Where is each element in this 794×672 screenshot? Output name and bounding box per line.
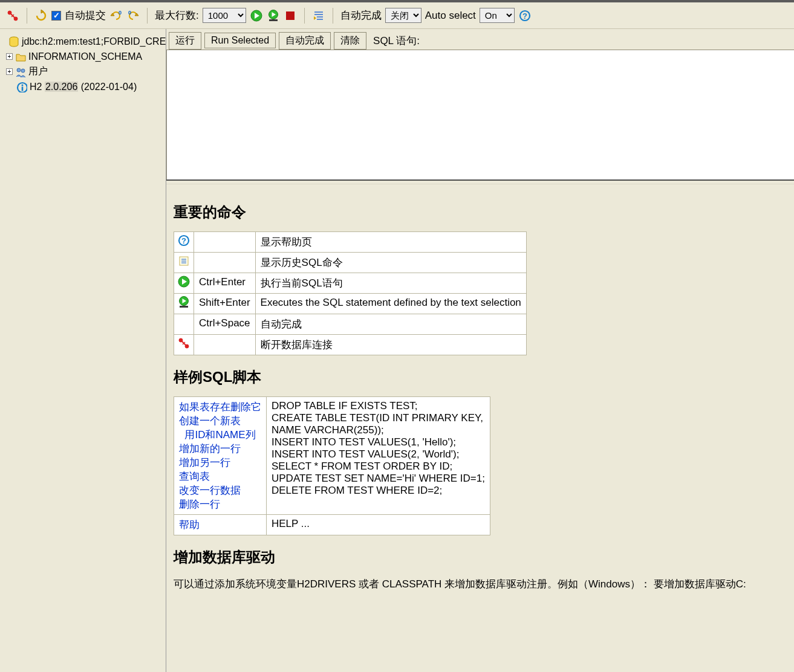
commit-icon[interactable] [109,9,123,22]
rollback-icon[interactable] [126,9,140,22]
script-code: DELETE FROM TEST WHERE ID=2; [272,485,442,496]
tree-item-users[interactable]: + 用户 [6,64,163,79]
tree-item-label: 用户 [28,65,48,78]
description-cell: Executes the SQL statement defined by th… [255,294,526,314]
run-icon [174,273,194,294]
tree-root[interactable]: jdbc:h2:mem:test1;FORBID_CREATION=TRUE [6,34,163,49]
help-icon[interactable] [518,9,532,22]
section-title-scripts: 样例SQL脚本 [174,367,787,387]
sql-input[interactable] [166,50,794,179]
add-driver-text: 可以通过添加系统环境变量H2DRIVERS 或者 CLASSPATH 来增加数据… [174,577,787,592]
expander-icon[interactable]: + [6,53,13,60]
separator [333,8,333,24]
autocommit-label: 自动提交 [65,8,106,22]
script-link[interactable]: 增加另一行 [179,457,230,468]
horizontal-splitter[interactable] [166,179,794,184]
table-row: 断开数据库连接 [174,335,527,355]
tree-sidebar: jdbc:h2:mem:test1;FORBID_CREATION=TRUE +… [0,29,166,672]
maxrows-select[interactable]: 1000 [203,8,246,23]
autoselect-select[interactable]: On [480,8,515,23]
refresh-icon[interactable] [34,9,48,22]
autoselect-label: Auto select [425,10,476,22]
info-icon [16,82,27,92]
expander-icon[interactable]: + [6,68,13,75]
tree-item-schema[interactable]: + INFORMATION_SCHEMA [6,49,163,64]
tree-version: H2 2.0.206 (2022-01-04) [6,79,163,94]
run-selected-icon[interactable] [267,9,280,22]
description-cell: 断开数据库连接 [255,335,526,355]
runsel-icon [174,294,194,314]
script-link[interactable]: 帮助 [179,519,200,531]
description-cell: 显示历史SQL命令 [255,253,526,273]
separator [304,8,305,24]
section-title-commands: 重要的命令 [174,202,787,222]
autocomplete-button[interactable]: 自动完成 [279,32,331,50]
script-link[interactable]: 用ID和NAME列 [179,429,256,441]
script-link[interactable]: 查询表 [179,471,210,482]
table-row: Shift+EnterExecutes the SQL statement de… [174,294,527,314]
sql-label: SQL 语句: [373,34,420,48]
commands-table: 显示帮助页显示历史SQL命令Ctrl+Enter执行当前SQL语句Shift+E… [174,231,527,355]
script-code: DROP TABLE IF EXISTS TEST; [272,400,418,412]
disconnect-icon [174,335,194,355]
script-code: INSERT INTO TEST VALUES(2, 'World'); [272,448,459,460]
disconnect-icon[interactable] [6,9,19,22]
autocommit-checkbox[interactable]: ✓ [51,11,61,21]
script-code: SELECT * FROM TEST ORDER BY ID; [272,460,452,472]
autocomplete-select[interactable]: 关闭 [385,8,421,23]
run-icon[interactable] [250,9,263,22]
shortcut-cell: Shift+Enter [194,294,256,314]
script-link[interactable]: 增加新的一行 [179,443,241,454]
shortcut-cell: Ctrl+Space [194,314,256,335]
blank-icon [174,314,194,335]
shortcut-cell: Ctrl+Enter [194,273,256,294]
run-button[interactable]: 运行 [169,32,201,50]
script-code: INSERT INTO TEST VALUES(1, 'Hello'); [272,436,456,448]
shortcut-cell [194,335,256,355]
separator [27,8,27,24]
table-row: Ctrl+Enter执行当前SQL语句 [174,273,527,294]
tree-item-label: INFORMATION_SCHEMA [28,51,142,62]
command-bar: 运行 Run Selected 自动完成 清除 SQL 语句: [166,29,794,50]
stop-icon[interactable] [284,9,297,22]
script-link[interactable]: 删除一行 [179,499,220,510]
description-cell: 显示帮助页 [255,232,526,253]
script-link[interactable]: 如果表存在删除它 [179,401,261,413]
folder-icon [15,51,26,62]
table-row: 显示帮助页 [174,232,527,253]
shortcut-cell [194,253,256,273]
main-toolbar: ✓ 自动提交 最大行数: 1000 自动完成 关闭 Auto select On [0,2,794,29]
clear-button[interactable]: 清除 [334,32,366,50]
table-row: Ctrl+Space自动完成 [174,314,527,335]
maxrows-label: 最大行数: [155,8,199,22]
indent-icon[interactable] [312,9,325,22]
script-code: UPDATE TEST SET NAME='Hi' WHERE ID=1; [272,473,485,484]
history-icon [174,253,194,273]
help-icon [174,232,194,253]
shortcut-cell [194,232,256,253]
database-icon [8,36,19,47]
run-selected-button[interactable]: Run Selected [204,33,276,48]
jdbc-url: jdbc:h2:mem:test1;FORBID_CREATION=TRUE [22,36,166,47]
autocomplete-label: 自动完成 [340,8,382,22]
script-code: HELP ... [272,518,310,529]
results-panel: 重要的命令 显示帮助页显示历史SQL命令Ctrl+Enter执行当前SQL语句S… [166,184,794,672]
script-link[interactable]: 创建一个新表 [179,415,241,427]
script-link[interactable]: 改变一行数据 [179,485,241,496]
separator [147,8,148,24]
description-cell: 执行当前SQL语句 [255,273,526,294]
users-icon [15,66,26,77]
description-cell: 自动完成 [255,314,526,335]
section-title-driver: 增加数据库驱动 [174,548,787,567]
script-code: CREATE TABLE TEST(ID INT PRIMARY KEY, [272,412,483,424]
version-number: 2.0.206 [45,82,78,92]
scripts-table: 如果表存在删除它创建一个新表 用ID和NAME列增加新的一行增加另一行查询表改变… [174,396,490,535]
table-row: 显示历史SQL命令 [174,253,527,273]
script-code: NAME VARCHAR(255)); [272,424,384,436]
